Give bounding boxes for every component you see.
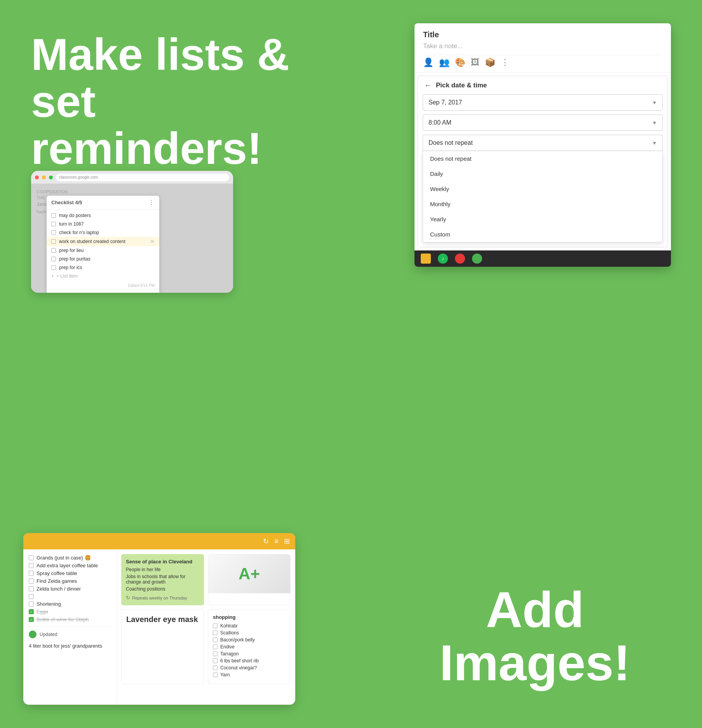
group-icon[interactable]: 👥: [439, 57, 449, 68]
item-checkbox[interactable]: [29, 586, 34, 591]
shop-checkbox[interactable]: [213, 638, 218, 642]
shop-checkbox[interactable]: [213, 645, 218, 649]
keep-bg-content: Title Take a note... 👤 👥 🎨 🖼 📦 ⋮: [415, 23, 671, 73]
chevron-down-icon2: ▼: [652, 120, 657, 126]
repeat-row-container: Does not repeat ▼ Does not repeat Daily …: [423, 135, 663, 242]
dropdown-item-custom[interactable]: Custom: [423, 227, 662, 242]
lavender-card: Lavender eye mask: [121, 609, 204, 684]
archive-icon2[interactable]: 📦: [485, 57, 495, 68]
keep-toolbar-row: 👤 👥 🎨 🖼 📦 ⋮: [423, 55, 662, 70]
avatar-row: Updated: [29, 631, 111, 638]
item-checkbox[interactable]: [29, 555, 34, 560]
refresh-badge-icon: ↻: [126, 595, 130, 601]
item-checkbox-checked[interactable]: ✓: [29, 609, 34, 614]
taskbar-icon-green: [472, 254, 482, 264]
item-checkbox[interactable]: [29, 563, 34, 568]
popup-items: may do posters turn in 1087 check for n'…: [47, 210, 159, 282]
shop-checkbox[interactable]: [213, 652, 218, 656]
list-item: prep for puritas: [47, 255, 159, 263]
list-item: Spray coffee table: [29, 570, 111, 576]
taskbar: ♪: [415, 250, 671, 267]
item-checkbox[interactable]: [51, 265, 56, 270]
item-checkbox[interactable]: [51, 239, 56, 244]
list-item: may do posters: [47, 211, 159, 220]
dropdown-item-monthly[interactable]: Monthly: [423, 196, 662, 212]
edited-text: Edited 9:51 PM: [47, 282, 159, 289]
dropdown-item-does-not-repeat[interactable]: Does not repeat: [423, 151, 662, 166]
shop-checkbox[interactable]: [213, 659, 218, 663]
refresh-icon-top[interactable]: ↻: [263, 537, 269, 546]
item-checkbox[interactable]: [51, 257, 56, 261]
notes-top-bar: ↻ ≡ ⊞: [23, 533, 295, 549]
item-checkbox[interactable]: [51, 213, 56, 218]
palette-icon[interactable]: 🎨: [455, 57, 465, 68]
dropdown-item-yearly[interactable]: Yearly: [423, 212, 662, 227]
headline-area: Make lists & set reminders!: [31, 31, 326, 172]
chevron-down-icon3: ▼: [652, 140, 657, 146]
shop-checkbox[interactable]: [213, 665, 218, 670]
notes-screenshot-area: ↻ ≡ ⊞ Grands (just in case) 🍔 Add extra …: [23, 533, 295, 705]
item-checkbox[interactable]: [29, 601, 34, 606]
item-checkbox[interactable]: [29, 579, 34, 584]
back-btn-row: ← Pick date & time: [418, 76, 667, 94]
list-icon-top[interactable]: ≡: [274, 537, 279, 546]
shop-item: Scallions: [213, 630, 286, 636]
item-checkbox-checked2[interactable]: ✓: [29, 617, 34, 622]
updated-label: Updated: [40, 632, 57, 637]
keep-window: Title Take a note... 👤 👥 🎨 🖼 📦 ⋮ ← Pick …: [415, 23, 671, 267]
list-item: prep for lieu: [47, 246, 159, 255]
chevron-down-icon: ▼: [652, 100, 657, 106]
shop-checkbox[interactable]: [213, 631, 218, 635]
add-list-item[interactable]: + + List item: [47, 272, 159, 280]
popup-close-icon[interactable]: ⋮: [148, 199, 155, 206]
list-item: Shortening: [29, 601, 111, 607]
shopping-card: shopping Kohlrabi Scallions Bacon/pork b…: [208, 609, 291, 684]
shopping-title: shopping: [213, 614, 286, 620]
divider: [29, 626, 111, 627]
shop-item: Tarragon: [213, 651, 286, 657]
page-root: Make lists & set reminders! classroom.go…: [0, 0, 702, 728]
add-images-line1: Add: [486, 581, 584, 638]
checklist-popup: Checklist 4/5 ⋮ may do posters turn in 1…: [47, 196, 159, 293]
item-checkbox[interactable]: [29, 571, 34, 576]
time-picker-row[interactable]: 8:00 AM ▼: [423, 115, 663, 131]
person-icon[interactable]: 👤: [423, 57, 434, 68]
list-item: Grands (just in case) 🍔: [29, 555, 111, 561]
shop-item: Kohlrabi: [213, 623, 286, 629]
delete-icon[interactable]: ✕: [150, 238, 155, 245]
dropdown-item-daily[interactable]: Daily: [423, 166, 662, 181]
add-images-text: Add Images!: [439, 583, 630, 689]
headline-line1: Make lists &: [31, 30, 289, 79]
date-picker-panel: ← Pick date & time Sep 7, 2017 ▼ 8:00 AM…: [418, 76, 668, 247]
list-item: Find Zelda games: [29, 578, 111, 584]
browser-url-bar: classroom.google.com: [56, 174, 229, 181]
repeat-value: Does not repeat: [429, 139, 473, 146]
shop-item: Bacon/pork belly: [213, 637, 286, 643]
item-checkbox[interactable]: [51, 222, 56, 226]
grade-card: A+: [208, 554, 291, 605]
repeat-dropdown: Does not repeat Daily Weekly Monthly Yea…: [423, 151, 663, 242]
avatar: [29, 631, 37, 638]
list-item: prep for ics: [47, 263, 159, 272]
item-checkbox[interactable]: [29, 594, 34, 599]
shop-item: Coconut vinegar?: [213, 665, 286, 671]
keep-note-field[interactable]: Take a note...: [423, 42, 662, 50]
grid-icon-top[interactable]: ⊞: [284, 537, 290, 546]
shop-checkbox[interactable]: [213, 672, 218, 677]
dropdown-item-weekly[interactable]: Weekly: [423, 181, 662, 196]
list-item: work on student created content ✕: [47, 237, 159, 246]
add-images-area: Add Images!: [399, 583, 671, 689]
item-checkbox[interactable]: [51, 248, 56, 253]
list-item: check for n's laptop: [47, 228, 159, 237]
more-icon2[interactable]: ⋮: [501, 57, 509, 68]
shop-checkbox[interactable]: [213, 624, 218, 628]
lavender-title: Lavender eye mask: [126, 614, 199, 624]
date-picker-row[interactable]: Sep 7, 2017 ▼: [423, 94, 663, 111]
keep-title-field[interactable]: Title: [423, 30, 662, 39]
list-item: turn in 1087: [47, 220, 159, 228]
taskbar-icon-red: [455, 254, 465, 264]
repeat-row[interactable]: Does not repeat ▼: [423, 135, 663, 151]
item-checkbox[interactable]: [51, 230, 56, 235]
image-icon2[interactable]: 🖼: [471, 57, 479, 68]
back-arrow-icon[interactable]: ←: [424, 81, 432, 90]
